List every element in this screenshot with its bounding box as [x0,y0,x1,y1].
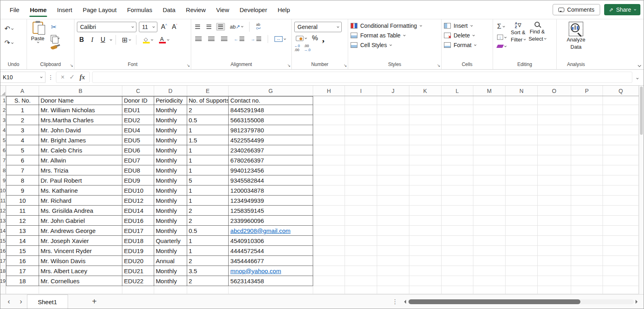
align-left-button[interactable] [194,35,203,42]
font-color-button[interactable]: A [157,35,170,45]
empty-cell[interactable] [377,155,409,165]
empty-cell[interactable] [473,185,506,196]
empty-cell[interactable] [409,216,442,226]
chevron-down-icon[interactable] [129,38,131,41]
row-header-6[interactable]: 6 [0,145,6,155]
scrollbar-splitter[interactable]: ⋮ [388,298,402,305]
increase-font-size-button[interactable]: A^ [160,23,168,31]
expand-formula-bar-icon[interactable] [632,74,642,81]
empty-cell[interactable] [538,155,571,165]
empty-cell[interactable] [313,125,345,135]
empty-cell[interactable] [603,155,639,165]
empty-cell[interactable] [345,165,377,175]
empty-cell[interactable] [377,125,409,135]
cell-contact[interactable]: 1234949939 [229,196,313,206]
chevron-down-icon[interactable] [504,36,507,38]
empty-cell[interactable] [571,286,603,294]
cell-periodicity[interactable]: Monthly [154,246,187,256]
table-header-cell[interactable]: Donor Name [39,96,122,105]
column-header-B[interactable]: B [39,86,122,96]
cell-donor-id[interactable]: EDU21 [122,266,154,276]
empty-cell[interactable] [442,115,474,125]
empty-cell[interactable] [473,115,506,125]
empty-cell[interactable] [377,216,409,226]
empty-cell[interactable] [442,185,474,196]
column-header-C[interactable]: C [122,86,154,96]
empty-cell[interactable] [409,175,442,185]
cell-periodicity[interactable]: Monthly [154,185,187,196]
cell-sno[interactable]: 18 [6,276,39,286]
tab-formulas[interactable]: Formulas [122,0,158,19]
cell-periodicity[interactable]: Monthly [154,155,187,165]
empty-cell[interactable] [506,216,538,226]
number-dialog-launcher-icon[interactable]: ↘ [344,63,347,68]
horizontal-scrollbar-track[interactable] [408,299,634,304]
empty-cell[interactable] [39,286,122,294]
cell-donor-id[interactable]: EDU10 [122,185,154,196]
cell-supports[interactable]: 2 [187,206,229,216]
comma-style-button[interactable]: , [322,35,324,41]
column-header-A[interactable]: A [6,86,39,96]
empty-cell[interactable] [409,135,442,145]
cell-contact[interactable]: 6780266397 [229,155,313,165]
cell-contact[interactable]: 4522554499 [229,135,313,145]
empty-cell[interactable] [473,216,506,226]
cell-contact[interactable]: 2339960096 [229,216,313,226]
row-header-15[interactable]: 15 [0,236,6,246]
empty-cell[interactable] [571,135,603,145]
cell-sno[interactable]: 5 [6,145,39,155]
empty-cell[interactable] [603,185,639,196]
cell-donor-id[interactable]: EDU2 [122,115,154,125]
empty-cell[interactable] [603,135,639,145]
empty-cell[interactable] [442,145,474,155]
cell-sno[interactable]: 15 [6,246,39,256]
empty-cell[interactable] [571,145,603,155]
empty-cell[interactable] [538,236,571,246]
cell-periodicity[interactable]: Monthly [154,216,187,226]
cell-donor-id[interactable]: EDU14 [122,206,154,216]
chevron-down-icon[interactable] [151,38,153,41]
row-header-9[interactable]: 9 [0,175,6,185]
row-header-5[interactable]: 5 [0,135,6,145]
empty-cell[interactable] [506,165,538,175]
empty-cell[interactable] [377,266,409,276]
empty-cell[interactable] [603,236,639,246]
underline-button[interactable]: U [98,36,108,44]
empty-cell[interactable] [442,135,474,145]
empty-cell[interactable] [506,226,538,236]
empty-cell[interactable] [409,246,442,256]
empty-cell[interactable] [571,165,603,175]
cell-periodicity[interactable]: Quarterly [154,236,187,246]
empty-cell[interactable] [473,155,506,165]
cell-donor-name[interactable]: Mr. Wilson Davis [39,256,122,266]
clipboard-dialog-launcher-icon[interactable]: ↘ [70,63,73,68]
empty-cell[interactable] [345,155,377,165]
align-right-button[interactable] [219,35,229,42]
cell-donor-id[interactable]: EDU7 [122,155,154,165]
cell-contact[interactable]: 5623143458 [229,276,313,286]
cell-periodicity[interactable]: Monthly [154,165,187,175]
top-align-button[interactable] [194,23,202,30]
insert-function-button[interactable]: fx [78,74,87,81]
cell-donor-name[interactable]: Mrs. Vincent Ryder [39,246,122,256]
column-header-Q[interactable]: Q [603,86,639,96]
cell-donor-id[interactable]: EDU8 [122,165,154,175]
empty-cell[interactable] [603,115,639,125]
cell-sno[interactable]: 13 [6,226,39,236]
empty-cell[interactable] [473,256,506,266]
empty-cell[interactable] [442,266,474,276]
empty-cell[interactable] [345,135,377,145]
cell-contact[interactable]: abcd2908@gmail.com [229,226,313,236]
select-all-corner[interactable] [0,86,6,96]
empty-cell[interactable] [313,276,345,286]
cell-sno[interactable]: 16 [6,256,39,266]
cut-button[interactable]: ✂ [49,23,61,32]
empty-cell[interactable] [409,206,442,216]
empty-cell[interactable] [571,185,603,196]
empty-cell[interactable] [442,276,474,286]
name-box[interactable]: K10 [0,72,45,83]
cell-donor-id[interactable]: EDU16 [122,216,154,226]
sort-filter-button[interactable]: AZ ∇ Sort & Filter [511,22,525,49]
empty-cell[interactable] [409,226,442,236]
empty-cell[interactable] [345,286,377,294]
